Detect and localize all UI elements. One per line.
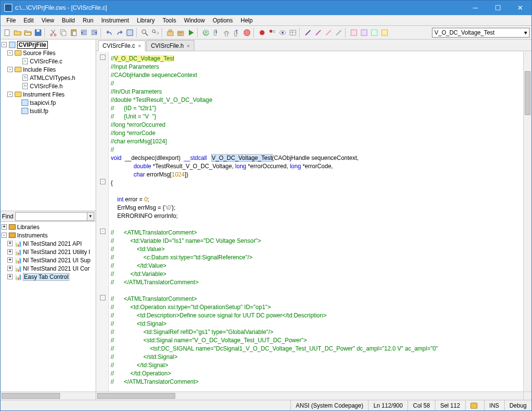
collapse-icon[interactable]: - [7,50,13,56]
variables-button[interactable] [288,28,298,38]
horizontal-scrollbar[interactable] [96,392,523,400]
run-button[interactable] [186,28,196,38]
tree-item[interactable]: tsutil.fp [30,108,48,115]
fold-icon[interactable]: - [100,179,105,184]
expand-icon[interactable]: + [7,274,13,279]
status-column[interactable]: Col 58 [408,400,435,411]
status-encoding[interactable]: ANSI (System Codepage) [290,400,368,411]
tree-group[interactable]: Instrument Files [23,91,64,98]
tree-item[interactable]: ATMLCVITypes.h [30,75,75,81]
build-all-button[interactable] [176,28,185,38]
tree-item[interactable]: CVISrcFile.c [30,58,62,65]
step-out-button[interactable]: {} [232,28,242,38]
panel2-button[interactable] [359,28,369,38]
expand-icon[interactable]: + [7,241,13,246]
find-input[interactable] [15,212,87,221]
menu-window[interactable]: Window [180,16,209,25]
panel4-button[interactable] [380,28,389,38]
left-horizontal-scrollbar[interactable] [0,391,96,400]
menu-run[interactable]: Run [79,16,98,25]
wand2-button[interactable] [313,28,323,38]
maximize-button[interactable]: ☐ [487,0,509,15]
fold-icon[interactable]: - [100,295,105,300]
expand-icon[interactable]: + [7,249,13,254]
tab-cvisrcfile-c[interactable]: CVISrcFile.c× [98,40,145,51]
tree-group[interactable]: Source Files [23,50,56,57]
project-tree[interactable]: -CVIPrjFile -Source Files CVISrcFile.c -… [0,39,96,211]
gutter[interactable]: - - - - [96,52,109,391]
close-tab-icon[interactable]: × [186,43,189,49]
tree-item[interactable]: NI TestStand 2021 API [23,240,82,247]
status-position[interactable]: Ln 112/900 [368,400,408,411]
status-config[interactable]: Debug [504,400,532,411]
menu-build[interactable]: Build [58,16,79,25]
tree-item-selected[interactable]: Easy Tab Control [23,273,69,281]
cut-button[interactable] [48,28,58,38]
breakpoint-list-button[interactable] [267,28,277,38]
redo-button[interactable] [115,28,124,38]
tree-group[interactable]: Include Files [23,66,56,73]
code-editor[interactable]: //V_O_DC_Voltage_Test //Input Parameters… [109,52,523,391]
step-into-button[interactable]: {} [211,28,221,38]
tree-item[interactable]: Libraries [17,224,40,231]
open-button[interactable] [13,28,22,38]
collapse-icon[interactable]: - [7,92,13,97]
build-button[interactable] [165,28,175,38]
tree-item[interactable]: NI TestStand 2021 Utility I [23,249,90,255]
menu-options[interactable]: Options [209,16,237,25]
wand3-button[interactable] [324,28,333,38]
collapse-icon[interactable]: - [7,67,13,72]
find-button[interactable] [140,28,150,38]
menu-edit[interactable]: Edit [20,16,38,25]
tree-item[interactable]: Instruments [17,232,48,239]
indent-left-button[interactable] [79,28,89,38]
find-next-button[interactable] [150,28,160,38]
tree-item[interactable]: CVISrcFile.h [30,83,62,90]
wand-button[interactable] [303,28,313,38]
paste-button[interactable] [69,28,79,38]
library-tree[interactable]: +Libraries -Instruments +📊NI TestStand 2… [0,222,96,391]
vertical-scrollbar[interactable] [523,52,532,391]
expand-icon[interactable]: + [1,224,7,230]
menu-view[interactable]: View [38,16,58,25]
function-combo[interactable]: V_O_DC_Voltage_Test ▾ [432,28,530,38]
find-dropdown-button[interactable]: ▾ [87,212,94,221]
menu-help[interactable]: Help [237,16,257,25]
close-tab-icon[interactable]: × [138,43,141,49]
titlebar[interactable]: c:\...\CVIPrjFile.cws - [CVISrcFile.c] ─… [0,0,532,15]
minimize-button[interactable]: ─ [464,0,487,15]
menu-instrument[interactable]: Instrument [98,16,133,25]
expand-icon[interactable]: + [7,257,13,263]
stop-button[interactable] [242,28,252,38]
scrollbar-thumb[interactable] [525,71,531,115]
indent-right-button[interactable] [89,28,99,38]
continue-button[interactable]: GO [201,28,211,38]
tree-item[interactable]: NI TestStand 2021 UI Cor [23,265,90,272]
close-button[interactable]: ✕ [509,0,532,15]
save-button[interactable] [33,28,43,38]
copy-button[interactable] [59,28,68,38]
expand-icon[interactable]: + [7,266,13,271]
panel1-button[interactable] [349,28,359,38]
fold-icon[interactable]: - [100,55,105,60]
menu-library[interactable]: Library [133,16,159,25]
panel3-button[interactable] [369,28,379,38]
project-root[interactable]: CVIPrjFile [17,41,48,49]
collapse-icon[interactable]: - [1,42,7,47]
status-lock[interactable] [465,400,484,411]
menu-file[interactable]: File [2,16,20,25]
scrollbar-thumb[interactable] [97,393,175,399]
collapse-icon[interactable]: - [1,233,7,238]
tab-cvisrcfile-h[interactable]: CVISrcFile.h× [146,40,194,51]
wand4-button[interactable] [334,28,344,38]
fold-icon[interactable]: - [100,229,105,234]
open-folder-button[interactable] [23,28,33,38]
status-insert-mode[interactable]: INS [484,400,504,411]
step-over-button[interactable]: {} [222,28,231,38]
breakpoint-button[interactable] [257,28,267,38]
compile-button[interactable] [125,28,135,38]
new-button[interactable] [2,28,12,38]
menu-tools[interactable]: Tools [159,16,180,25]
tree-item[interactable]: tsapicvi.fp [30,99,56,106]
undo-button[interactable] [104,28,114,38]
